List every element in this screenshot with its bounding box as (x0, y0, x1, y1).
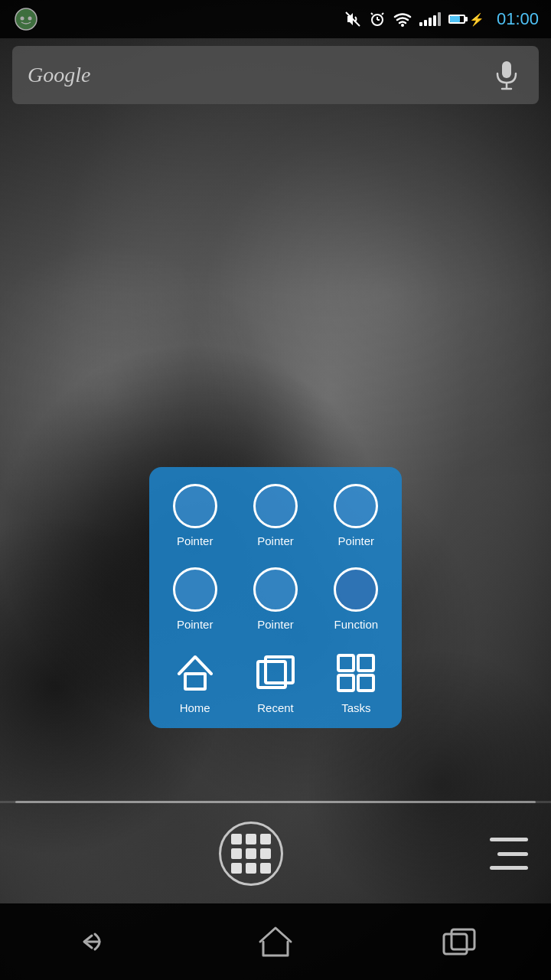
pointer-icon-1 (171, 482, 219, 530)
menu-line-1 (490, 838, 528, 841)
pointer-button-4[interactable]: Pointer (157, 558, 233, 637)
pointer-button-3[interactable]: Pointer (318, 475, 394, 554)
alarm-icon (369, 11, 386, 28)
svg-point-2 (28, 17, 32, 21)
android-icon (12, 5, 40, 33)
recents-nav-icon (439, 925, 479, 959)
back-button[interactable] (61, 919, 122, 965)
home-icon (171, 649, 219, 697)
mic-icon (494, 60, 519, 90)
scroll-track (0, 801, 551, 803)
function-button[interactable]: Function (318, 558, 394, 637)
status-bar: ⚡ 01:00 (0, 0, 551, 38)
svg-rect-13 (185, 674, 205, 689)
svg-line-8 (382, 13, 383, 15)
pointer-button-2[interactable]: Pointer (237, 475, 313, 554)
mute-icon (344, 11, 361, 28)
home-label: Home (180, 701, 210, 714)
svg-rect-20 (444, 934, 467, 954)
time-display: 01:00 (497, 9, 539, 29)
function-label: Function (334, 618, 379, 631)
svg-rect-10 (502, 61, 511, 78)
back-arrow-icon (72, 928, 112, 956)
virtual-button-panel: Pointer Pointer Pointer Pointer Pointer … (149, 467, 402, 728)
status-right-icons: ⚡ 01:00 (344, 9, 539, 29)
svg-rect-19 (358, 675, 373, 691)
svg-line-7 (371, 13, 373, 15)
tasks-button[interactable]: Tasks (318, 642, 394, 720)
svg-rect-18 (338, 675, 354, 691)
function-icon (332, 566, 380, 613)
apps-grid-icon (231, 834, 271, 874)
recent-icon (252, 649, 299, 697)
pointer-icon-4 (171, 566, 219, 613)
scroll-thumb (15, 801, 536, 803)
svg-point-0 (15, 8, 37, 30)
pointer-button-1[interactable]: Pointer (157, 475, 233, 554)
home-nav-icon (256, 925, 295, 959)
pointer-icon-2 (252, 482, 299, 530)
bottom-bar (0, 804, 551, 903)
tasks-label: Tasks (341, 701, 370, 714)
voice-search-button[interactable] (490, 58, 523, 92)
tasks-icon (332, 649, 380, 697)
pointer-label-3: Pointer (338, 534, 375, 547)
signal-icon (419, 12, 441, 26)
battery-icon: ⚡ (448, 12, 484, 27)
google-logo: Google (28, 63, 490, 87)
pointer-icon-3 (332, 482, 380, 530)
nav-bar (0, 903, 551, 980)
pointer-label-1: Pointer (177, 534, 214, 547)
svg-point-1 (21, 17, 24, 21)
pointer-label-5: Pointer (257, 618, 294, 631)
home-nav-button[interactable] (245, 919, 306, 965)
status-left-icons (12, 5, 40, 33)
svg-rect-16 (338, 655, 354, 671)
pointer-button-5[interactable]: Pointer (237, 558, 313, 637)
svg-rect-17 (358, 655, 373, 671)
menu-button[interactable] (479, 835, 528, 873)
svg-point-9 (401, 24, 404, 27)
recent-label: Recent (257, 701, 294, 714)
search-bar[interactable]: Google (12, 46, 539, 104)
menu-line-3 (490, 866, 528, 870)
recents-nav-button[interactable] (429, 919, 490, 965)
all-apps-button[interactable] (219, 822, 283, 886)
home-button[interactable]: Home (157, 642, 233, 720)
recent-button[interactable]: Recent (237, 642, 313, 720)
pointer-label-2: Pointer (257, 534, 294, 547)
menu-line-2 (497, 852, 528, 856)
svg-rect-21 (452, 929, 474, 949)
pointer-label-4: Pointer (177, 618, 214, 631)
pointer-icon-5 (252, 566, 299, 613)
wifi-icon (393, 11, 412, 28)
